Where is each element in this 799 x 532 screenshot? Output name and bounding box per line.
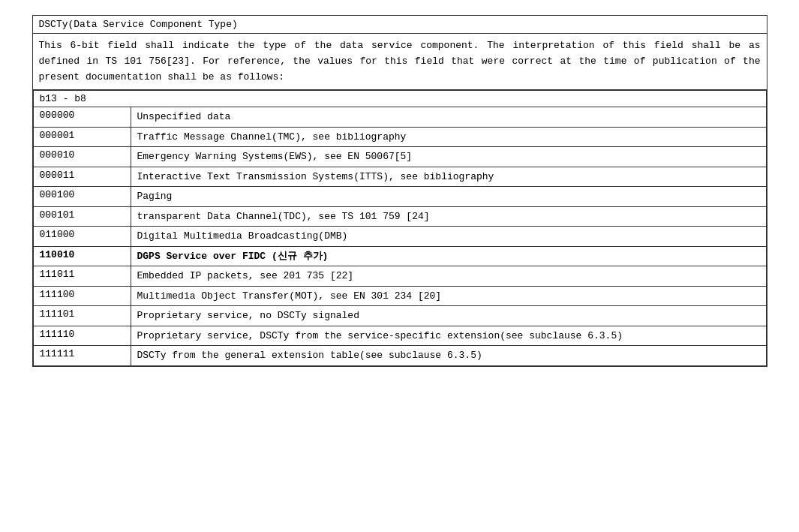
table-row: 000000Unspecified data: [33, 107, 766, 128]
description-row: This 6-bit field shall indicate the type…: [32, 34, 767, 90]
code-cell: 000010: [33, 147, 131, 167]
desc-cell: Multimedia Object Transfer(MOT), see EN …: [131, 286, 766, 306]
desc-cell: Interactive Text Transmission Systems(IT…: [131, 167, 766, 187]
code-cell: 000100: [33, 187, 131, 207]
desc-cell: DGPS Service over FIDC (신규 추가): [131, 246, 766, 266]
table-row: 000010Emergency Warning Systems(EWS), se…: [33, 147, 766, 167]
desc-cell: Embedded IP packets, see 201 735 [22]: [131, 266, 766, 287]
table-row: 000100Paging: [33, 187, 766, 207]
desc-cell: Emergency Warning Systems(EWS), see EN 5…: [131, 147, 766, 167]
desc-cell: transparent Data Channel(TDC), see TS 10…: [131, 206, 766, 227]
code-cell: 000000: [33, 107, 131, 128]
table-row: 111011Embedded IP packets, see 201 735 […: [33, 266, 766, 287]
code-cell: 011000: [33, 227, 131, 247]
desc-cell: Paging: [131, 187, 766, 207]
subheader-row: b13 - b8: [33, 91, 766, 107]
table-title: DSCTy(Data Service Component Type): [32, 16, 767, 34]
table-row: 110010DGPS Service over FIDC (신규 추가): [33, 246, 766, 266]
title-row: DSCTy(Data Service Component Type): [32, 16, 767, 34]
code-cell: 111011: [33, 266, 131, 287]
desc-cell: Digital Multimedia Broadcasting(DMB): [131, 227, 766, 247]
code-cell: 111111: [33, 346, 131, 366]
table-row: 111101Proprietary service, no DSCTy sign…: [33, 306, 766, 326]
main-table: DSCTy(Data Service Component Type) This …: [32, 15, 767, 367]
table-row: 000101transparent Data Channel(TDC), see…: [33, 206, 766, 227]
table-row: 011000Digital Multimedia Broadcasting(DM…: [33, 227, 766, 247]
code-cell: 000011: [33, 167, 131, 187]
table-row: 000001Traffic Message Channel(TMC), see …: [33, 127, 766, 147]
inner-table-cell: b13 - b8 000000Unspecified data000001Tra…: [32, 90, 767, 367]
code-cell: 000001: [33, 127, 131, 147]
table-row: 111110Proprietary service, DSCTy from th…: [33, 326, 766, 346]
code-cell: 111100: [33, 286, 131, 306]
desc-cell: Proprietary service, DSCTy from the serv…: [131, 326, 766, 346]
code-cell: 111101: [33, 306, 131, 326]
desc-cell: Proprietary service, no DSCTy signaled: [131, 306, 766, 326]
desc-cell: DSCTy from the general extension table(s…: [131, 346, 766, 366]
code-cell: 111110: [33, 326, 131, 346]
inner-table: b13 - b8 000000Unspecified data000001Tra…: [33, 90, 767, 366]
code-cell: 110010: [33, 246, 131, 266]
subheader-text: b13 - b8: [33, 91, 766, 107]
description-text: This 6-bit field shall indicate the type…: [32, 34, 767, 90]
desc-cell: Unspecified data: [131, 107, 766, 128]
desc-cell: Traffic Message Channel(TMC), see biblio…: [131, 127, 766, 147]
data-table-row: b13 - b8 000000Unspecified data000001Tra…: [32, 90, 767, 367]
table-row: 000011Interactive Text Transmission Syst…: [33, 167, 766, 187]
table-row: 111100Multimedia Object Transfer(MOT), s…: [33, 286, 766, 306]
table-row: 111111DSCTy from the general extension t…: [33, 346, 766, 366]
code-cell: 000101: [33, 206, 131, 227]
